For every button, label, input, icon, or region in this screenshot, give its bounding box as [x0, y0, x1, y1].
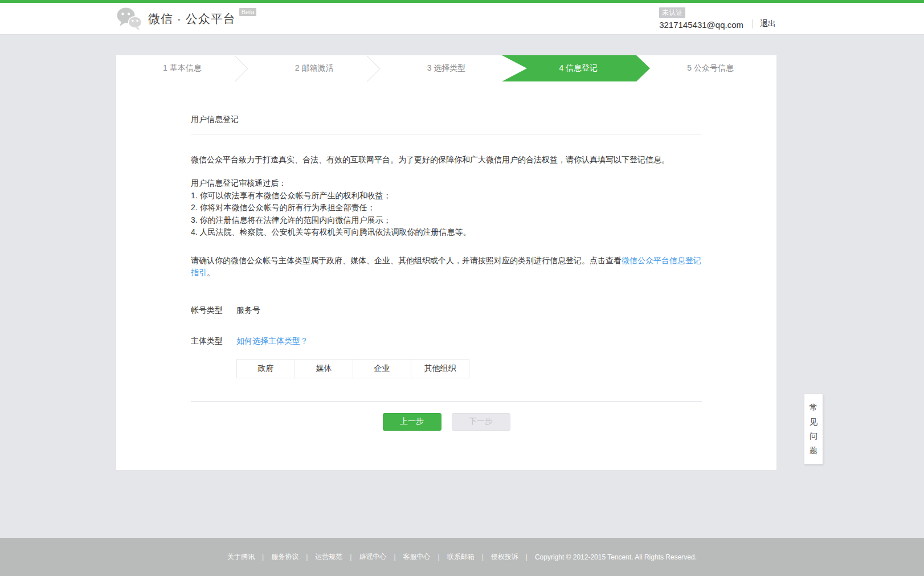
content-divider	[191, 401, 702, 402]
subject-option-other-org[interactable]: 其他组织	[411, 359, 469, 378]
next-step-button[interactable]: 下一步	[452, 413, 510, 431]
beta-badge: Beta	[239, 8, 257, 16]
list-item: 3. 你的注册信息将在法律允许的范围内向微信用户展示；	[191, 214, 702, 227]
footer-link-operation-rules[interactable]: 运营规范	[315, 552, 342, 562]
confirm-suffix: 。	[207, 268, 215, 277]
list-header: 用户信息登记审核通过后：	[191, 177, 702, 190]
account-type-label: 帐号类型	[191, 305, 236, 316]
footer-link-contact-email[interactable]: 联系邮箱	[447, 552, 475, 562]
footer-separator: |	[482, 553, 484, 561]
step-email-activation: 2 邮箱激活	[248, 55, 381, 81]
subject-option-media[interactable]: 媒体	[295, 359, 353, 378]
prev-step-button[interactable]: 上一步	[383, 413, 441, 431]
footer-separator: |	[350, 553, 351, 561]
status-badge: 未认证	[659, 7, 685, 18]
email-block: 未认证 3217145431@qq.com	[659, 7, 743, 30]
subject-type-row: 主体类型 如何选择主体类型？	[191, 336, 702, 346]
footer-link-about-tencent[interactable]: 关于腾讯	[227, 552, 255, 562]
subject-type-help-link[interactable]: 如何选择主体类型？	[236, 336, 308, 346]
main-area: 1 基本信息 2 邮箱激活 3 选择类型 4 信息登记 5 公众号信息 用户信息…	[0, 35, 924, 538]
section-title: 用户信息登记	[191, 115, 702, 134]
logout-link[interactable]: 退出	[760, 19, 776, 29]
list-item: 2. 你将对本微信公众帐号的所有行为承担全部责任；	[191, 202, 702, 214]
footer: 关于腾讯 | 服务协议 | 运营规范 | 辟谣中心 | 客服中心 | 联系邮箱 …	[0, 538, 924, 576]
account-type-value: 服务号	[236, 305, 260, 316]
confirm-paragraph: 请确认你的微信公众帐号主体类型属于政府、媒体、企业、其他组织或个人，并请按照对应…	[191, 255, 702, 279]
step-basic-info: 1 基本信息	[116, 55, 248, 81]
subject-option-enterprise[interactable]: 企业	[353, 359, 411, 378]
account-type-row: 帐号类型 服务号	[191, 305, 702, 316]
footer-link-service-agreement[interactable]: 服务协议	[271, 552, 299, 562]
account-area: 未认证 3217145431@qq.com 退出	[659, 7, 776, 30]
list-item: 1. 你可以依法享有本微信公众帐号所产生的权利和收益；	[191, 190, 702, 202]
step-account-info: 5 公众号信息	[644, 55, 776, 81]
faq-tab[interactable]: 常见问题	[804, 394, 823, 464]
footer-separator: |	[394, 553, 395, 561]
brand: 微信 · 公众平台 Beta	[116, 7, 256, 31]
step-choose-type: 3 选择类型	[381, 55, 513, 81]
footer-separator: |	[438, 553, 440, 561]
steps-bar: 1 基本信息 2 邮箱激活 3 选择类型 4 信息登记 5 公众号信息	[116, 55, 776, 81]
footer-link-rumor-center[interactable]: 辟谣中心	[359, 552, 386, 562]
footer-link-infringement-complaint[interactable]: 侵权投诉	[491, 552, 518, 562]
button-row: 上一步 下一步	[191, 413, 702, 431]
subject-options: 政府 媒体 企业 其他组织	[236, 359, 702, 378]
list-item: 4. 人民法院、检察院、公安机关等有权机关可向腾讯依法调取你的注册信息等。	[191, 226, 702, 239]
account-email: 3217145431@qq.com	[659, 20, 743, 30]
footer-link-customer-service[interactable]: 客服中心	[403, 552, 431, 562]
header-divider	[753, 19, 753, 28]
footer-separator: |	[526, 553, 528, 561]
footer-copyright: Copyright © 2012-2015 Tencent. All Right…	[535, 553, 697, 561]
subject-option-government[interactable]: 政府	[236, 359, 295, 378]
step-info-registration: 4 信息登记	[512, 55, 644, 81]
content: 用户信息登记 微信公众平台致力于打造真实、合法、有效的互联网平台。为了更好的保障…	[116, 81, 776, 431]
header: 微信 · 公众平台 Beta 未认证 3217145431@qq.com 退出	[0, 3, 924, 35]
subject-type-label: 主体类型	[191, 336, 236, 346]
footer-separator: |	[306, 553, 308, 561]
confirm-text: 请确认你的微信公众帐号主体类型属于政府、媒体、企业、其他组织或个人，并请按照对应…	[191, 256, 622, 265]
brand-title: 微信 · 公众平台	[148, 11, 236, 27]
wechat-logo-icon	[116, 7, 142, 31]
registration-card: 1 基本信息 2 邮箱激活 3 选择类型 4 信息登记 5 公众号信息 用户信息…	[116, 55, 776, 470]
intro-paragraph: 微信公众平台致力于打造真实、合法、有效的互联网平台。为了更好的保障你和广大微信用…	[191, 154, 702, 166]
footer-separator: |	[262, 553, 264, 561]
